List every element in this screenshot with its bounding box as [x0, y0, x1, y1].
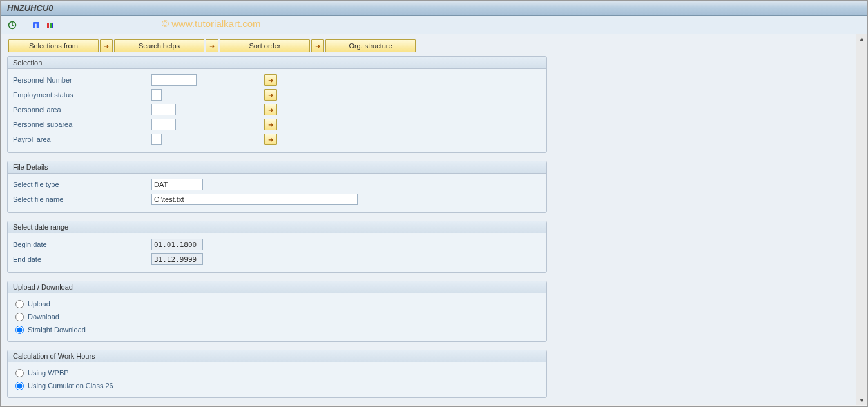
button-label: Sort order: [249, 42, 281, 50]
radio-option-cum26[interactable]: Using Cumulation Class 26: [13, 379, 541, 392]
arrow-right-icon: ➜: [209, 43, 215, 50]
toolbar-separator: [24, 19, 24, 31]
multi-select-button[interactable]: ➜: [264, 119, 277, 130]
radio-label: Using Cumulation Class 26: [28, 382, 113, 390]
selection-group: Selection Personnel Number ➜ Employment …: [7, 56, 547, 153]
watermark-text: © www.tutorialkart.com: [162, 18, 261, 29]
field-row: End date: [13, 252, 541, 266]
cum26-radio[interactable]: [15, 382, 24, 390]
window-title: HNZUHCU0: [7, 3, 53, 13]
svg-text:i: i: [35, 22, 37, 29]
personnel-subarea-input[interactable]: [151, 119, 176, 130]
radio-label: Upload: [28, 300, 50, 308]
file-name-input[interactable]: [151, 194, 358, 205]
group-header: Select date range: [8, 221, 546, 233]
titlebar: HNZUHCU0: [1, 1, 867, 16]
upload-radio[interactable]: [15, 300, 24, 308]
multi-select-button[interactable]: ➜: [264, 104, 277, 115]
sort-order-arrow-button[interactable]: ➜: [206, 39, 218, 52]
search-helps-arrow-button[interactable]: ➜: [100, 39, 113, 52]
main-window: HNZUHCU0 i © www.tutorialkart.com Select…: [0, 0, 868, 407]
field-label: End date: [13, 255, 151, 263]
radio-option-wpbp[interactable]: Using WPBP: [13, 366, 541, 379]
button-label: Selections from: [29, 42, 78, 50]
field-label: Begin date: [13, 241, 151, 248]
arrow-right-icon: ➜: [268, 136, 273, 143]
field-row: Begin date: [13, 237, 541, 252]
group-header: Selection: [8, 57, 546, 69]
group-body: Using WPBP Using Cumulation Class 26: [8, 362, 546, 397]
end-date-input[interactable]: [151, 253, 203, 265]
download-radio[interactable]: [15, 313, 24, 321]
payroll-area-input[interactable]: [151, 134, 162, 145]
scroll-up-icon[interactable]: ▲: [859, 35, 865, 42]
employment-status-input[interactable]: [151, 89, 162, 101]
multi-select-button[interactable]: ➜: [264, 134, 277, 145]
org-structure-button[interactable]: Org. structure: [325, 39, 416, 52]
field-row: Employment status ➜: [13, 88, 541, 102]
calc-work-hours-group: Calculation of Work Hours Using WPBP Usi…: [7, 350, 547, 398]
wpbp-radio[interactable]: [15, 369, 24, 377]
svg-rect-5: [52, 23, 53, 28]
group-body: Select file type Select file name: [8, 174, 546, 212]
field-row: Personnel subarea ➜: [13, 117, 541, 132]
personnel-number-input[interactable]: [151, 74, 197, 86]
execute-icon[interactable]: [7, 20, 17, 30]
file-details-group: File Details Select file type Select fil…: [7, 161, 547, 213]
field-row: Select file name: [13, 192, 541, 206]
radio-option-straight-download[interactable]: Straight Download: [13, 323, 541, 336]
group-body: Personnel Number ➜ Employment status ➜ P…: [8, 69, 546, 152]
field-label: Personnel Number: [13, 76, 151, 84]
content-area: Selections from ➜ Search helps ➜ Sort or…: [1, 34, 856, 405]
org-structure-arrow-button[interactable]: ➜: [311, 39, 324, 52]
selections-from-button[interactable]: Selections from: [8, 39, 99, 52]
arrow-right-icon: ➜: [268, 106, 273, 114]
arrow-right-icon: ➜: [268, 92, 273, 99]
content-wrapper: Selections from ➜ Search helps ➜ Sort or…: [1, 34, 867, 405]
arrow-right-icon: ➜: [268, 121, 273, 128]
radio-label: Download: [28, 313, 59, 321]
app-toolbar: i © www.tutorialkart.com: [1, 16, 867, 34]
radio-option-download[interactable]: Download: [13, 310, 541, 323]
group-header: Calculation of Work Hours: [8, 350, 546, 362]
search-helps-button[interactable]: Search helps: [114, 39, 204, 52]
arrow-right-icon: ➜: [268, 77, 273, 84]
field-label: Personnel subarea: [13, 121, 151, 128]
field-label: Select file type: [13, 181, 151, 188]
scroll-down-icon[interactable]: ▼: [859, 397, 865, 404]
radio-label: Using WPBP: [28, 369, 69, 377]
svg-rect-3: [47, 23, 49, 28]
variant-icon[interactable]: [45, 20, 55, 30]
group-header: File Details: [8, 161, 546, 174]
date-range-group: Select date range Begin date End date: [7, 221, 547, 273]
group-body: Upload Download Straight Download: [8, 293, 546, 341]
field-label: Employment status: [13, 91, 151, 99]
straight-download-radio[interactable]: [15, 326, 24, 334]
field-row: Select file type: [13, 177, 541, 192]
personnel-area-input[interactable]: [151, 104, 176, 115]
button-label: Org. structure: [349, 42, 392, 50]
field-label: Payroll area: [13, 135, 151, 143]
field-label: Select file name: [13, 195, 151, 203]
field-row: Payroll area ➜: [13, 132, 541, 146]
vertical-scrollbar[interactable]: ▲ ▼: [856, 34, 867, 405]
field-row: Personnel Number ➜: [13, 73, 541, 87]
multi-select-button[interactable]: ➜: [264, 89, 277, 101]
group-header: Upload / Download: [8, 281, 546, 293]
field-row: Personnel area ➜: [13, 103, 541, 117]
button-label: Search helps: [139, 42, 180, 50]
upload-download-group: Upload / Download Upload Download Straig…: [7, 281, 547, 342]
radio-label: Straight Download: [28, 326, 86, 333]
file-type-input[interactable]: [151, 179, 203, 190]
info-icon[interactable]: i: [31, 20, 41, 30]
arrow-right-icon: ➜: [315, 43, 320, 50]
arrow-right-icon: ➜: [104, 43, 109, 50]
svg-rect-4: [50, 23, 52, 28]
top-button-row: Selections from ➜ Search helps ➜ Sort or…: [8, 39, 849, 52]
multi-select-button[interactable]: ➜: [264, 74, 277, 86]
radio-option-upload[interactable]: Upload: [13, 297, 541, 310]
field-label: Personnel area: [13, 106, 151, 114]
begin-date-input[interactable]: [151, 239, 203, 250]
group-body: Begin date End date: [8, 233, 546, 272]
sort-order-button[interactable]: Sort order: [220, 39, 310, 52]
